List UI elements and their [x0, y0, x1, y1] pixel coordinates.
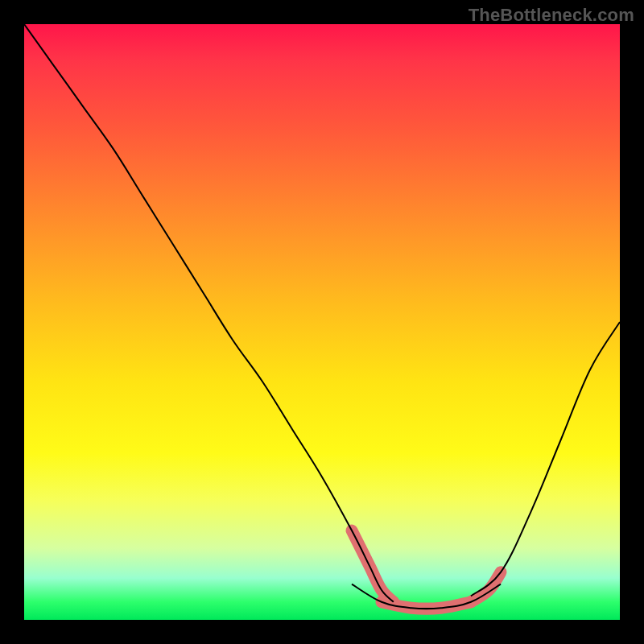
left-branch-curve [24, 24, 394, 602]
plot-area [24, 24, 620, 620]
right-branch-curve [471, 322, 620, 596]
curve-layer [24, 24, 620, 620]
chart-stage: TheBottleneck.com [0, 0, 644, 644]
watermark-text: TheBottleneck.com [469, 5, 634, 26]
